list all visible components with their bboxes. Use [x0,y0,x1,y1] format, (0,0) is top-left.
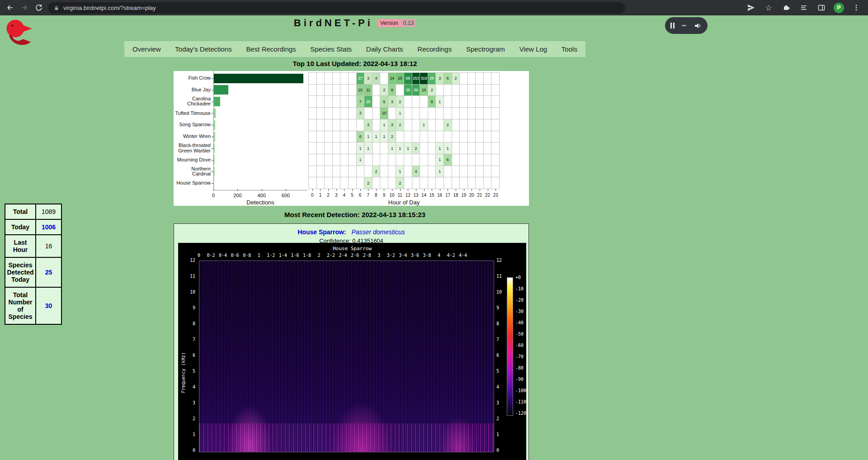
heatmap-xtick-label: 1 [319,193,322,198]
send-button[interactable] [745,2,756,13]
nav-item-spectrogram[interactable]: Spectrogram [466,45,505,53]
tick-mark [368,189,368,191]
heatmap-cell: 5 [380,96,388,107]
profile-avatar[interactable]: P [834,3,844,13]
tick-mark [440,189,440,191]
heatmap-cell [460,119,467,131]
puzzle-icon [782,4,790,12]
heatmap-cell: 2 [396,119,404,131]
heatmap-cell [373,142,380,154]
url-bar[interactable]: virginia.birdnetpi.com/?stream=play [48,2,625,14]
pause-icon [670,23,672,28]
heatmap-cell [325,131,332,142]
heatmap-cell [420,108,428,119]
heatmap-cell: 2 [428,85,436,96]
heatmap-cell [349,96,356,107]
bar-xtick-label: 400 [257,193,265,198]
stat-value[interactable]: 1006 [36,219,61,235]
stat-value[interactable]: 30 [36,287,61,324]
reload-button[interactable] [33,2,44,13]
heatmap-xtick-label: 0 [311,193,314,198]
heatmap-cell: 9 [428,96,436,107]
detection-common-name-link[interactable]: House Sparrow: [297,228,346,236]
extensions-button[interactable] [781,2,792,13]
bookmark-button[interactable]: ☆ [763,2,774,13]
back-button[interactable] [5,2,15,13]
audio-scrubber[interactable] [682,25,686,26]
heatmap-cell [404,108,412,119]
nav-item-recordings[interactable]: Recordings [417,45,452,53]
heatmap-cell [460,131,467,142]
spectrogram-xtick-label: 3·4 [399,253,407,258]
heatmap-cell [436,108,443,119]
heatmap-cell: 36 [404,85,412,96]
heatmap-cell [373,96,380,107]
heatmap-cell [333,119,340,131]
heatmap-cell: 26 [364,96,372,107]
heatmap-cell: 1 [396,108,404,119]
spectrogram-xtick-label: 0·4 [219,253,227,258]
heatmap-cell [357,166,364,177]
detection-scientific-name-link[interactable]: Passer domesticus [351,228,405,236]
heatmap-cell [491,177,499,189]
bar-category-label: House Sparrow [174,177,211,189]
spectrogram-ytick-label: 6 [193,353,195,358]
bar-category-label: Northern Cardinal [174,166,211,177]
nav-item-view-log[interactable]: View Log [519,45,547,53]
heatmap-cell [388,154,396,166]
nav-item-tools[interactable]: Tools [561,45,577,53]
heatmap-xtick-label: 19 [461,193,466,198]
heatmap-xtick-label: 14 [421,193,426,198]
heatmap-cell [340,73,348,84]
heatmap-cell [333,177,340,189]
heatmap-cell: 1 [436,142,443,154]
heatmap-cell [468,131,476,142]
spectrogram-ytick-label: 9 [193,305,195,310]
bar-category-label: Fish Crow [174,72,211,84]
heatmap-cell [325,108,332,119]
pause-icon [673,23,675,28]
heatmap-cell [388,108,396,119]
spectrogram-colorbar [507,277,513,416]
heatmap-cell [460,73,467,84]
heatmap-cell: 1 [436,166,443,177]
nav-item-overview[interactable]: Overview [132,45,161,53]
stat-value[interactable]: 25 [36,257,61,287]
heatmap-cell [309,85,316,96]
heatmap-xtick-label: 17 [445,193,450,198]
forward-button[interactable] [19,2,30,13]
nav-item-species-stats[interactable]: Species Stats [310,45,352,53]
spectrogram-ytick-label: 10 [496,289,502,294]
spectrogram-ytick-label: 2 [496,416,499,421]
heatmap-cell [373,85,380,96]
nav-item-today-s-detections[interactable]: Today's Detections [175,45,231,53]
nav-item-best-recordings[interactable]: Best Recordings [246,45,296,53]
lock-icon [53,5,60,11]
heatmap-cell [380,154,388,166]
colorbar-tick-label: -80 [515,365,524,370]
heatmap-cell: 6 [444,154,452,166]
volume-icon[interactable] [693,22,702,30]
heatmap-cell [468,166,476,177]
heatmap-cell [428,131,436,142]
bar-xaxis-label: Detections [213,199,307,206]
bar [214,155,215,165]
tick-mark [352,189,353,191]
heatmap-cell [444,166,452,177]
side-panel-button[interactable] [816,2,827,13]
heatmap-cell [428,177,436,189]
heatmap-cell: 1 [380,119,388,131]
heatmap-cell [404,131,412,142]
nav-item-daily-charts[interactable]: Daily Charts [366,45,403,53]
detection-title: House Sparrow: Passer domesticus [174,228,528,236]
tick-mark [432,189,432,191]
heatmap-cell [340,142,348,154]
heatmap-xtick-label: 10 [390,193,395,198]
heatmap-xticks: 01234567891011121314151617181920212223 [308,190,500,198]
reading-list-button[interactable] [798,2,809,13]
heatmap-cell: 2 [412,142,420,154]
menu-button[interactable] [851,2,862,13]
heatmap-cell [340,166,348,177]
spectrogram-xtick-label: 0·6 [231,253,239,258]
pause-button[interactable] [670,23,675,28]
